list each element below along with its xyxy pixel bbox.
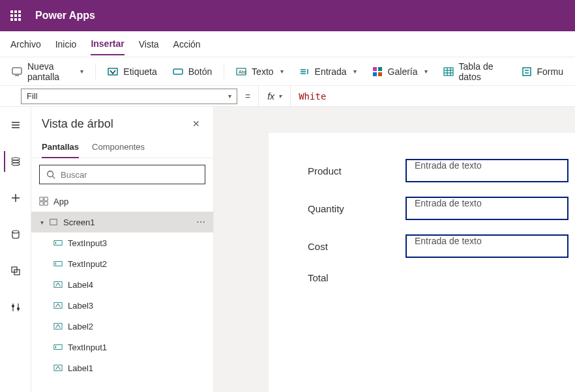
tree-item-label: Label3 <box>68 301 93 311</box>
tree-screen-row[interactable]: ▾ Screen1 ⋯ <box>31 212 213 232</box>
tools-icon[interactable] <box>5 297 26 318</box>
svg-rect-66 <box>54 345 62 350</box>
toolbar: Nueva pantalla ▾ Etiqueta Botón Abc Text… <box>0 57 575 86</box>
menu-vista[interactable]: Vista <box>139 34 159 55</box>
svg-rect-57 <box>54 282 62 288</box>
tree-item[interactable]: Label3 <box>31 295 213 316</box>
tree-item-label: Label1 <box>68 363 93 373</box>
label-icon <box>53 301 63 310</box>
tab-screens[interactable]: Pantallas <box>42 137 79 158</box>
tree-item[interactable]: Label1 <box>31 357 213 378</box>
gallery-button-label: Galería <box>388 66 418 77</box>
fx-button[interactable]: fx ▾ <box>258 86 291 107</box>
form-button[interactable]: Formu <box>515 63 570 81</box>
datatable-button[interactable]: Tabla de datos <box>437 57 512 86</box>
label-button[interactable]: Etiqueta <box>101 63 163 81</box>
button-button[interactable]: Botón <box>166 63 219 81</box>
svg-rect-5 <box>18 14 21 17</box>
data-icon[interactable] <box>5 224 26 245</box>
input-button-label: Entrada <box>315 66 347 77</box>
svg-rect-51 <box>44 202 48 205</box>
svg-rect-23 <box>444 68 453 76</box>
svg-line-59 <box>58 283 61 286</box>
quantity-label[interactable]: Quantity <box>308 203 405 214</box>
tree-item[interactable]: Label2 <box>31 316 213 337</box>
svg-rect-28 <box>523 68 531 76</box>
total-label[interactable]: Total <box>308 272 405 283</box>
svg-point-46 <box>48 171 53 177</box>
label-icon <box>108 66 118 77</box>
form-row-quantity: Quantity Entrada de texto <box>308 197 575 220</box>
hamburger-icon[interactable] <box>5 115 26 135</box>
menu-accion[interactable]: Acción <box>173 34 201 55</box>
svg-rect-60 <box>54 303 62 309</box>
form-icon <box>522 66 532 77</box>
chevron-down-icon: ▾ <box>80 68 83 75</box>
svg-line-47 <box>53 176 55 179</box>
product-label[interactable]: Product <box>308 165 405 176</box>
gallery-button[interactable]: Galería ▾ <box>366 63 434 81</box>
svg-line-64 <box>56 324 59 328</box>
fx-label: fx <box>267 91 274 102</box>
app-icon <box>39 197 48 206</box>
menu-archivo[interactable]: Archivo <box>10 34 41 55</box>
waffle-icon[interactable] <box>0 0 31 31</box>
tree-item[interactable]: TextInput3 <box>31 232 213 253</box>
svg-rect-19 <box>373 67 377 71</box>
canvas[interactable]: Product Entrada de texto Quantity Entrad… <box>269 133 575 392</box>
product-input[interactable]: Entrada de texto <box>405 159 568 182</box>
svg-rect-7 <box>14 18 17 21</box>
equals-label: = <box>237 91 258 102</box>
text-button-label: Texto <box>252 66 273 77</box>
gallery-icon <box>372 66 383 77</box>
svg-point-44 <box>12 305 14 307</box>
quantity-input[interactable]: Entrada de texto <box>405 197 568 220</box>
search-input[interactable] <box>39 165 205 184</box>
svg-rect-22 <box>378 72 382 76</box>
tree-item[interactable]: TextInput1 <box>31 337 213 357</box>
svg-rect-21 <box>373 72 377 76</box>
tab-components[interactable]: Componentes <box>92 137 145 158</box>
svg-rect-63 <box>54 324 62 329</box>
input-button[interactable]: Entrada ▾ <box>293 63 363 81</box>
form-row-cost: Cost Entrada de texto <box>308 234 575 258</box>
input-icon <box>299 66 310 77</box>
search-field[interactable] <box>61 170 198 180</box>
cost-input[interactable]: Entrada de texto <box>405 234 568 258</box>
text-icon: Abc <box>236 66 246 77</box>
menu-inicio[interactable]: Inicio <box>55 34 77 55</box>
svg-rect-50 <box>40 202 43 205</box>
table-icon <box>443 66 454 77</box>
new-screen-button[interactable]: Nueva pantalla ▾ <box>5 57 90 86</box>
svg-rect-9 <box>12 68 22 74</box>
svg-point-34 <box>12 158 20 160</box>
chevron-down-icon: ▾ <box>278 92 282 100</box>
close-icon[interactable]: ✕ <box>190 116 203 132</box>
tree-view-icon[interactable] <box>4 151 26 172</box>
svg-point-45 <box>17 308 19 310</box>
tree-app-row[interactable]: App <box>31 191 213 212</box>
svg-rect-1 <box>14 10 17 13</box>
divider <box>95 64 96 79</box>
svg-rect-3 <box>10 14 13 17</box>
add-icon[interactable] <box>5 188 26 208</box>
app-header: Power Apps <box>0 0 575 31</box>
tree-item[interactable]: TextInput2 <box>31 253 213 274</box>
svg-rect-4 <box>14 14 17 17</box>
new-screen-label: Nueva pantalla <box>27 61 74 82</box>
chevron-down-icon: ▾ <box>424 68 428 75</box>
property-value: Fill <box>27 91 38 101</box>
more-icon[interactable]: ⋯ <box>196 217 205 227</box>
menu-insertar[interactable]: Insertar <box>91 33 124 55</box>
formula-value[interactable]: White <box>291 91 326 102</box>
media-icon[interactable] <box>5 260 26 281</box>
svg-line-65 <box>58 324 61 328</box>
svg-rect-0 <box>10 10 13 13</box>
textinput-icon <box>53 259 63 268</box>
button-button-label: Botón <box>188 66 213 77</box>
text-button[interactable]: Abc Texto ▾ <box>229 63 289 81</box>
tree-item[interactable]: Label4 <box>31 274 213 295</box>
property-dropdown[interactable]: Fill ▾ <box>21 89 237 104</box>
chevron-down-icon[interactable]: ▾ <box>40 219 44 226</box>
cost-label[interactable]: Cost <box>308 241 405 252</box>
